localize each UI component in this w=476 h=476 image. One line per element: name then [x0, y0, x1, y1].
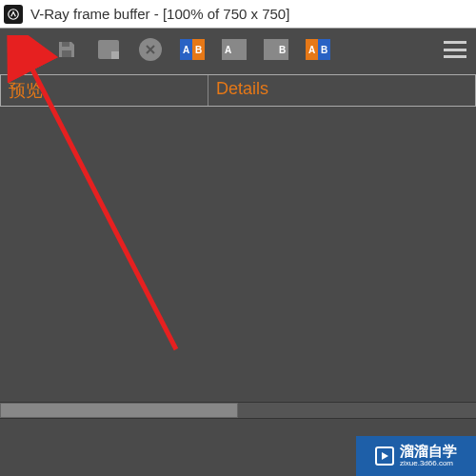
ab-swap-button[interactable]: A B [303, 34, 333, 65]
watermark-url: zixue.3d66.com [400, 460, 457, 468]
a-channel-icon: A [222, 39, 247, 60]
app-logo [4, 5, 23, 24]
svg-rect-2 [62, 50, 71, 57]
ab-swap-icon: A B [306, 39, 330, 60]
scroll-thumb[interactable] [0, 403, 238, 418]
watermark: 溜溜自学 zixue.3d66.com [356, 436, 476, 476]
svg-point-0 [9, 9, 19, 19]
b-channel-icon: B [264, 39, 288, 60]
menu-button[interactable] [444, 41, 466, 58]
close-button[interactable] [135, 34, 166, 65]
window-title: V-Ray frame buffer - [100% of 750 x 750] [30, 6, 289, 22]
title-bar: V-Ray frame buffer - [100% of 750 x 750] [0, 0, 476, 29]
a-channel-button[interactable]: A [219, 34, 249, 65]
clear-button[interactable] [93, 34, 124, 65]
horizontal-scrollbar[interactable] [0, 402, 476, 419]
ab-compare-icon: A B [180, 39, 205, 60]
content-area: 预览 Details [0, 74, 476, 107]
power-button[interactable] [10, 34, 40, 65]
svg-rect-4 [111, 51, 119, 59]
column-preview[interactable]: 预览 [1, 75, 208, 106]
svg-rect-1 [62, 42, 69, 47]
svg-marker-7 [382, 452, 388, 460]
toolbar: A B A B A B [0, 29, 476, 70]
watermark-brand: 溜溜自学 [400, 444, 457, 460]
column-details[interactable]: Details [208, 75, 475, 106]
table-header: 预览 Details [0, 74, 476, 107]
play-icon [375, 446, 394, 466]
save-button[interactable] [51, 34, 82, 65]
close-icon [139, 38, 162, 61]
ab-compare-button[interactable]: A B [177, 34, 208, 65]
b-channel-button[interactable]: B [261, 34, 291, 65]
